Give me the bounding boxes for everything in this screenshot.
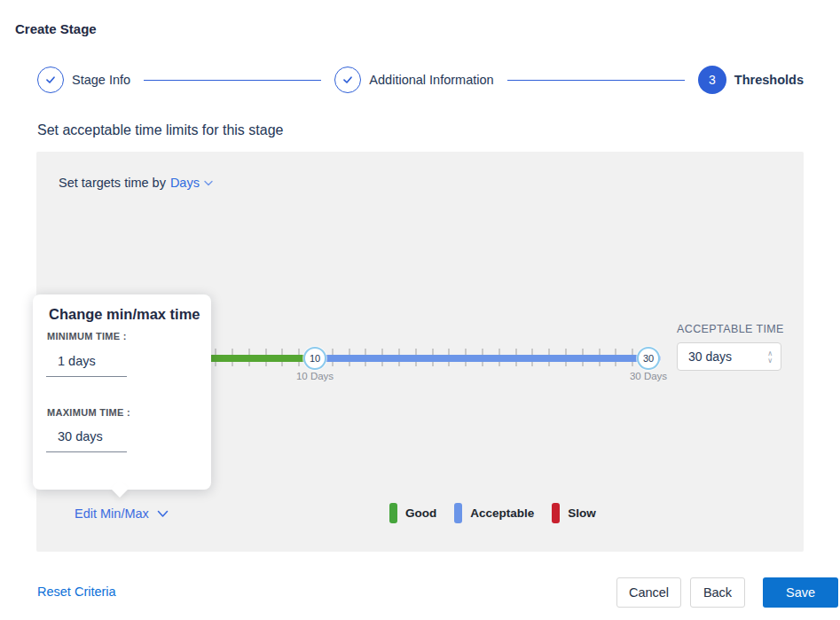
page-title: Create Stage	[15, 21, 97, 36]
minimum-time-label: MINIMUM TIME :	[47, 331, 127, 341]
section-heading: Set acceptable time limits for this stag…	[37, 122, 283, 138]
step-stage-info[interactable]: Stage Info	[37, 67, 130, 93]
maximum-time-input[interactable]	[46, 426, 127, 452]
acceptable-time-label: ACCEPTABLE TIME	[677, 323, 784, 335]
check-circle-icon	[37, 67, 64, 93]
acceptable-time-stepper: ∧ ∨	[677, 342, 781, 371]
slow-swatch	[552, 503, 560, 523]
change-minmax-popup: Change min/max time MINIMUM TIME : MAXIM…	[33, 294, 211, 490]
unit-dropdown-value: Days	[170, 176, 200, 190]
maximum-time-label: MAXIMUM TIME :	[47, 407, 130, 418]
spinner-up-icon[interactable]: ∧	[767, 350, 773, 357]
step-label: Stage Info	[72, 73, 130, 87]
stepper-connector	[507, 80, 685, 81]
acceptable-time-input[interactable]	[678, 349, 767, 364]
create-stage-page: Create Stage Stage Info Additional Infor…	[0, 0, 840, 620]
cancel-button[interactable]: Cancel	[616, 577, 681, 608]
popup-title: Change min/max time	[49, 306, 200, 323]
legend-label: Acceptable	[470, 506, 534, 520]
step-number-badge: 3	[698, 66, 726, 94]
slider-handle-max[interactable]: 30	[637, 347, 660, 370]
threshold-legend: Good Acceptable Slow	[389, 503, 596, 523]
reset-criteria-link[interactable]: Reset Criteria	[37, 585, 116, 599]
step-label: Thresholds	[734, 73, 804, 87]
legend-label: Good	[405, 506, 436, 520]
stepper-connector	[144, 80, 321, 81]
save-button[interactable]: Save	[763, 577, 838, 608]
minimum-time-input[interactable]	[46, 350, 127, 377]
stepper: Stage Info Additional Information 3 Thre…	[37, 65, 804, 95]
step-thresholds[interactable]: 3 Thresholds	[698, 66, 804, 94]
legend-item-good: Good	[389, 503, 436, 523]
set-targets-label: Set targets time by	[59, 176, 166, 190]
slider-handle-min[interactable]: 10	[303, 347, 326, 370]
step-label: Additional Information	[369, 73, 493, 87]
step-additional-information[interactable]: Additional Information	[334, 67, 493, 93]
unit-dropdown[interactable]: Days	[170, 176, 213, 190]
legend-item-slow: Slow	[552, 503, 596, 523]
chevron-down-icon	[204, 180, 213, 186]
spinner-down-icon[interactable]: ∨	[767, 357, 773, 364]
spinner-controls: ∧ ∨	[767, 350, 773, 364]
check-circle-icon	[334, 67, 361, 93]
good-swatch	[389, 503, 397, 523]
back-button[interactable]: Back	[690, 577, 745, 608]
legend-label: Slow	[568, 506, 596, 520]
edit-minmax-link[interactable]: Edit Min/Max	[75, 506, 169, 521]
slider-max-label: 30 Days	[613, 371, 684, 381]
acceptable-swatch	[454, 503, 462, 523]
chevron-down-icon	[157, 510, 169, 518]
edit-minmax-label: Edit Min/Max	[75, 506, 149, 521]
slider-min-label: 10 Days	[279, 371, 350, 381]
legend-item-acceptable: Acceptable	[454, 503, 534, 523]
set-targets-row: Set targets time by Days	[59, 176, 213, 190]
